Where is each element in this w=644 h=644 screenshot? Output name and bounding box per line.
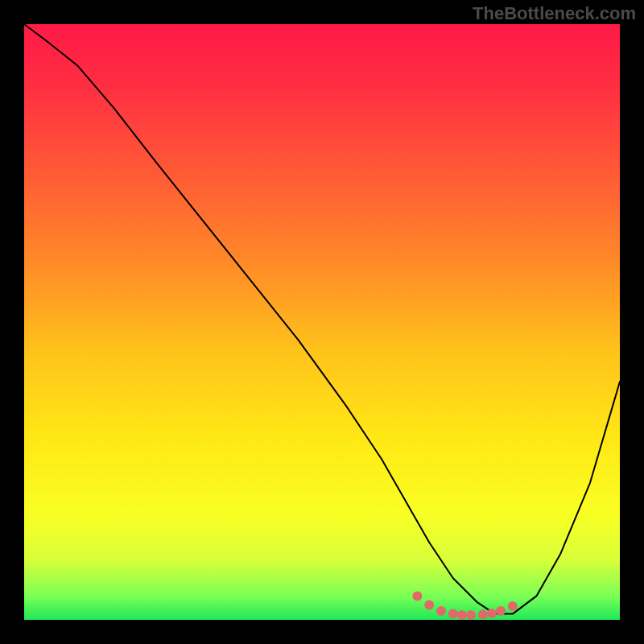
highlight-marker — [487, 609, 497, 618]
highlight-marker — [424, 601, 434, 610]
highlight-marker — [478, 609, 488, 619]
chart-frame: TheBottleneck.com — [0, 0, 644, 644]
plot-background — [24, 24, 620, 620]
highlight-marker — [412, 591, 422, 601]
highlight-marker — [466, 610, 476, 620]
highlight-marker — [496, 606, 506, 616]
bottleneck-chart — [0, 0, 644, 644]
watermark-label: TheBottleneck.com — [473, 3, 636, 24]
highlight-marker — [457, 610, 467, 620]
highlight-marker — [436, 606, 446, 616]
highlight-marker — [508, 601, 518, 611]
highlight-marker — [448, 609, 458, 619]
